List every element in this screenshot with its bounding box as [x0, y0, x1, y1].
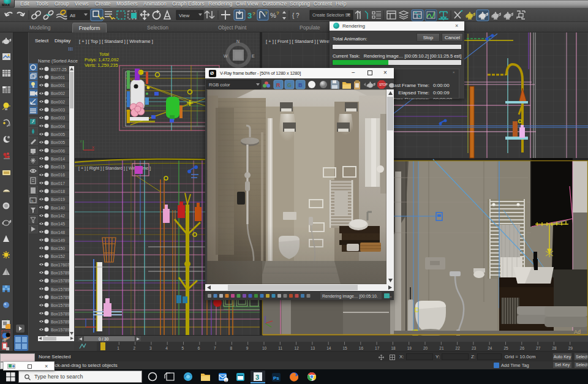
svg-text:%: % [270, 12, 276, 19]
svg-text:Rendering image… [00:05:10.: Rendering image… [00:05:10. [322, 294, 378, 299]
svg-text:Box142: Box142 [51, 214, 65, 218]
svg-text:Box018: Box018 [51, 189, 65, 194]
svg-text:Box15789: Box15789 [51, 328, 70, 332]
svg-text:?: ? [276, 10, 279, 16]
svg-text:20: 20 [423, 346, 428, 350]
svg-text:15: 15 [343, 346, 348, 350]
svg-text:Box150: Box150 [51, 246, 65, 250]
svg-text:3: 3 [247, 11, 252, 20]
svg-text:Box015: Box015 [51, 165, 65, 169]
svg-text:Box019: Box019 [51, 197, 65, 201]
svg-text:28: 28 [552, 346, 557, 350]
svg-text:R: R [276, 82, 281, 88]
svg-text:Box15789: Box15789 [51, 271, 70, 275]
svg-text:6: 6 [198, 346, 200, 350]
svg-text:HF: HF [2, 339, 7, 342]
svg-text:29: 29 [568, 346, 573, 350]
svg-text:Box017: Box017 [51, 181, 65, 186]
svg-text:14: 14 [326, 346, 331, 350]
svg-text:Box15789: Box15789 [51, 295, 70, 299]
svg-text:Polys: 1,472,092: Polys: 1,472,092 [85, 57, 119, 62]
svg-text:Box15789: Box15789 [51, 312, 70, 316]
svg-text:STOP: STOP [379, 83, 388, 86]
svg-text:Box005: Box005 [51, 132, 65, 137]
svg-text:16: 16 [359, 346, 364, 350]
svg-text:W: W [224, 54, 228, 58]
svg-text:Box003: Box003 [51, 108, 65, 112]
svg-text:Box002: Box002 [51, 100, 65, 104]
svg-text:RGB color: RGB color [209, 82, 230, 88]
svg-text:All: All [70, 13, 75, 18]
svg-text:12: 12 [295, 346, 300, 350]
svg-text:27: 27 [536, 346, 541, 350]
svg-text:Box001: Box001 [51, 83, 65, 88]
svg-text:Box17607: Box17607 [51, 263, 70, 267]
svg-text:Box014: Box014 [51, 157, 65, 161]
svg-text:Y: Y [80, 140, 82, 143]
svg-text:?: ? [252, 11, 255, 17]
svg-text:B: B [298, 82, 303, 88]
svg-text:Create Selection Se: Create Selection Se [312, 13, 350, 17]
svg-text:Box005: Box005 [51, 140, 65, 145]
svg-text:Box140: Box140 [51, 206, 65, 210]
svg-text:2: 2 [134, 346, 136, 350]
svg-text:Box15789: Box15789 [51, 287, 70, 292]
svg-text:10: 10 [262, 346, 267, 350]
svg-text:View: View [179, 13, 189, 18]
svg-text:X: X [92, 146, 94, 149]
svg-text:21: 21 [439, 346, 444, 350]
svg-text:Box002: Box002 [51, 91, 65, 96]
svg-text:Box148: Box148 [51, 230, 65, 235]
svg-text:24: 24 [488, 346, 492, 350]
svg-text:Verts: 1,259,235: Verts: 1,259,235 [85, 62, 118, 68]
svg-text:3: 3 [255, 374, 259, 381]
svg-text:7: 7 [214, 346, 216, 350]
svg-text:13: 13 [311, 346, 315, 350]
svg-text:23: 23 [472, 346, 477, 350]
svg-text:Box004: Box004 [51, 124, 65, 129]
svg-text:Box145: Box145 [51, 222, 65, 226]
svg-text:{: { [292, 12, 295, 19]
svg-text:Box149: Box149 [51, 238, 65, 243]
svg-text:22: 22 [456, 346, 461, 350]
svg-text:Total: Total [99, 51, 109, 57]
svg-text:Box15789: Box15789 [51, 303, 70, 307]
svg-text:Box001: Box001 [51, 75, 65, 80]
svg-text:11: 11 [278, 346, 282, 350]
svg-text:4: 4 [165, 346, 168, 350]
svg-text:Box15789: Box15789 [51, 279, 70, 283]
svg-text:3: 3 [149, 346, 152, 350]
svg-text:Box006: Box006 [51, 149, 65, 153]
svg-text:26: 26 [520, 346, 525, 350]
svg-text:8: 8 [230, 346, 232, 350]
svg-text:E: E [252, 54, 255, 58]
svg-text:25: 25 [504, 346, 509, 350]
svg-text:[ + ] [ Top ] [ Standard ] [ W: [ + ] [ Top ] [ Standard ] [ Wireframe ] [79, 39, 153, 44]
svg-text:18: 18 [391, 346, 396, 350]
svg-text:Box003: Box003 [51, 116, 65, 120]
svg-text:19: 19 [407, 346, 412, 350]
svg-text:B077-25: B077-25 [51, 67, 67, 72]
svg-text:Ps: Ps [273, 375, 279, 381]
svg-text:?: ? [296, 12, 300, 19]
svg-text:9: 9 [246, 346, 249, 350]
svg-text:Box016: Box016 [51, 173, 65, 177]
svg-text:17: 17 [375, 346, 380, 350]
svg-text:N: N [236, 39, 239, 43]
svg-text:Box15789: Box15789 [51, 320, 70, 324]
svg-text:Box152: Box152 [51, 254, 65, 258]
svg-text:G: G [287, 82, 292, 88]
svg-text:1: 1 [117, 346, 119, 350]
svg-text:?: ? [265, 10, 268, 16]
svg-text:Ad: Ad [574, 329, 581, 335]
svg-text:5: 5 [182, 346, 184, 350]
